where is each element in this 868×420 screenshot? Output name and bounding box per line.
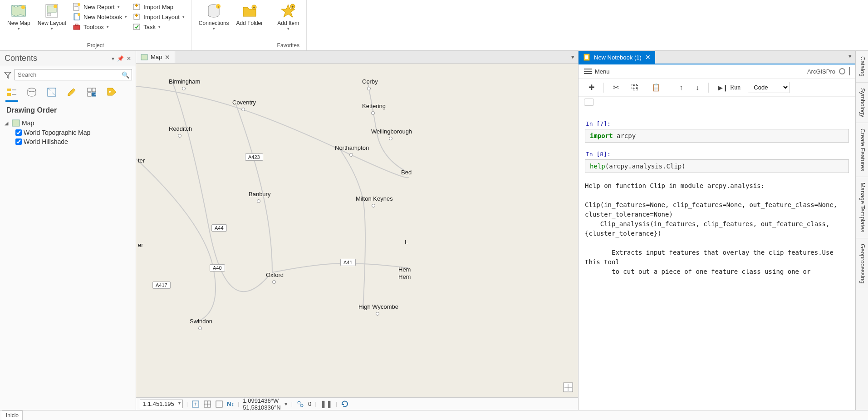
close-icon[interactable]: ✕ <box>645 54 651 61</box>
nav-icon[interactable] <box>563 382 574 393</box>
city-label: Bed <box>401 169 412 176</box>
map-statusbar: 1:1.451.195 | + N↕ | 1,0991436°W 51,5810… <box>136 397 578 410</box>
new-layout-button[interactable]: New Layout▾ <box>34 1 70 41</box>
svg-text:+: + <box>217 5 220 9</box>
import-layout-button[interactable]: Import Layout ▾ <box>132 13 185 21</box>
svg-text:+: + <box>253 5 255 10</box>
layer-row[interactable]: World Hillshade <box>5 137 131 146</box>
collapse-icon[interactable]: ◢ <box>5 120 10 126</box>
paste-button[interactable]: 📋 <box>646 80 666 94</box>
statusbar-tab[interactable]: Inicio <box>2 410 23 420</box>
map-tab[interactable]: Map ✕ <box>136 51 175 63</box>
tab-dropdown-icon[interactable]: ▾ <box>845 51 855 64</box>
contents-header: Contents ▾ 📌 ✕ <box>0 51 136 66</box>
layer-row[interactable]: World Topographic Map <box>5 128 131 137</box>
cell-type-select[interactable]: Code <box>748 82 790 93</box>
cell-code[interactable]: import arcpy <box>585 129 849 143</box>
drawing-order-label: Drawing Order <box>0 102 136 116</box>
notebook-tab[interactable]: New Notebook (1) ✕ <box>579 51 655 64</box>
add-preset-icon[interactable]: + <box>191 400 200 408</box>
layer-checkbox[interactable] <box>15 129 22 136</box>
coords-dropdown[interactable]: ▾ <box>284 400 288 407</box>
add-cell-button[interactable]: ✚ <box>583 80 600 94</box>
map-tabbar: Map ✕ ▾ <box>136 51 578 64</box>
city-label: Hem <box>398 266 411 273</box>
list-by-snapping-icon[interactable]: + <box>86 87 97 98</box>
list-by-label-icon[interactable] <box>106 87 117 98</box>
import-map-icon <box>132 3 141 11</box>
import-map-button[interactable]: Import Map <box>132 3 185 11</box>
city-label: Milton Keynes <box>356 195 393 209</box>
right-tab-symbology[interactable]: Symbology <box>856 83 868 123</box>
scale-input[interactable]: 1:1.451.195 <box>140 400 183 408</box>
grid-icon[interactable] <box>203 400 211 408</box>
notebook-toolbar2 <box>579 97 855 111</box>
new-report-button[interactable]: New Report ▾ <box>73 3 127 11</box>
move-up-button[interactable]: ↑ <box>674 81 688 94</box>
list-by-source-icon[interactable] <box>26 87 37 98</box>
map-view: Map ✕ ▾ BirminghamCoventryRedditchBanbur… <box>136 51 579 410</box>
right-tab-catalog[interactable]: Catalog <box>856 51 868 83</box>
svg-rect-26 <box>7 93 11 96</box>
search-icon[interactable]: 🔍 <box>122 71 129 79</box>
list-by-edit-icon[interactable] <box>66 87 77 98</box>
right-tab-manage-templates[interactable]: Manage Templates <box>856 177 868 238</box>
city-label: Banbury <box>249 191 270 204</box>
new-map-button[interactable]: New Map▾ <box>4 1 34 41</box>
svg-rect-25 <box>7 89 11 91</box>
north-icon[interactable]: N↕ <box>227 400 234 407</box>
run-button[interactable]: ▶❙ Run <box>712 81 746 94</box>
selection-icon[interactable] <box>296 400 304 408</box>
move-down-button[interactable]: ↓ <box>690 81 705 94</box>
svg-rect-17 <box>133 24 140 30</box>
ribbon-group-new: New Map▾ New Layout▾ New Report ▾ New No… <box>0 0 191 50</box>
filter-icon[interactable] <box>4 71 12 79</box>
list-by-drawing-icon[interactable] <box>6 87 17 98</box>
tab-dropdown-icon[interactable]: ▾ <box>568 54 578 60</box>
layer-checkbox[interactable] <box>15 138 22 145</box>
pause-icon[interactable]: ❚❚ <box>320 400 332 408</box>
close-icon[interactable]: ✕ <box>165 54 170 61</box>
map-canvas[interactable]: BirminghamCoventryRedditchBanburyOxfordS… <box>136 64 578 397</box>
close-icon[interactable]: ✕ <box>127 55 131 62</box>
notebook-cell[interactable]: In [8]:help(arcpy.analysis.Clip) <box>585 151 849 173</box>
pin-icon[interactable]: 📌 <box>117 55 124 62</box>
svg-text:+: + <box>194 401 197 407</box>
city-label: Coventry <box>232 99 256 113</box>
add-folder-button[interactable]: + Add Folder <box>233 1 267 41</box>
list-by-selection-icon[interactable] <box>46 87 57 98</box>
hamburger-icon <box>584 67 592 75</box>
notebook-cells[interactable]: In [7]:import arcpyIn [8]:help(arcpy.ana… <box>579 111 855 410</box>
contents-search-input[interactable] <box>15 69 132 80</box>
menu-button[interactable]: Menu <box>584 67 610 75</box>
toolbox-button[interactable]: Toolbox ▾ <box>73 23 127 31</box>
ribbon-group-label: Project <box>4 41 187 49</box>
cell-code[interactable]: help(arcpy.analysis.Clip) <box>585 159 849 173</box>
road-label: A44 <box>211 224 227 232</box>
dropdown-icon[interactable]: ▾ <box>112 55 114 62</box>
ribbon-group-label: Favorites <box>274 41 303 49</box>
task-button[interactable]: Task ▾ <box>132 23 185 31</box>
connections-button[interactable]: + Connections▾ <box>195 1 233 41</box>
right-tab-geoprocessing[interactable]: Geoprocessing <box>856 238 868 289</box>
right-tab-create-features[interactable]: Create Features <box>856 123 868 177</box>
keyboard-icon[interactable] <box>584 99 594 106</box>
refresh-icon[interactable] <box>341 400 349 408</box>
tree-map-node[interactable]: ◢ Map <box>5 118 131 128</box>
cell-prompt: In [7]: <box>586 120 849 127</box>
notebook-cell[interactable]: In [7]:import arcpy <box>585 120 849 143</box>
cell-output: Help on function Clip in module arcpy.an… <box>585 181 849 277</box>
copy-button[interactable]: ⿻ <box>626 81 644 94</box>
add-item-button[interactable]: + Add Item▾ <box>274 1 303 41</box>
snapping-icon[interactable] <box>215 400 223 408</box>
cut-button[interactable]: ✂ <box>608 80 624 94</box>
contents-title: Contents <box>5 54 109 63</box>
svg-text:+: + <box>292 5 294 9</box>
new-notebook-button[interactable]: New Notebook ▾ <box>73 13 127 21</box>
city-label: Corby <box>362 78 378 92</box>
svg-rect-45 <box>216 401 222 407</box>
city-label: ter <box>138 157 145 164</box>
city-label: Redditch <box>169 125 192 139</box>
svg-text:+: + <box>94 92 97 97</box>
city-label: Hem <box>398 273 411 280</box>
